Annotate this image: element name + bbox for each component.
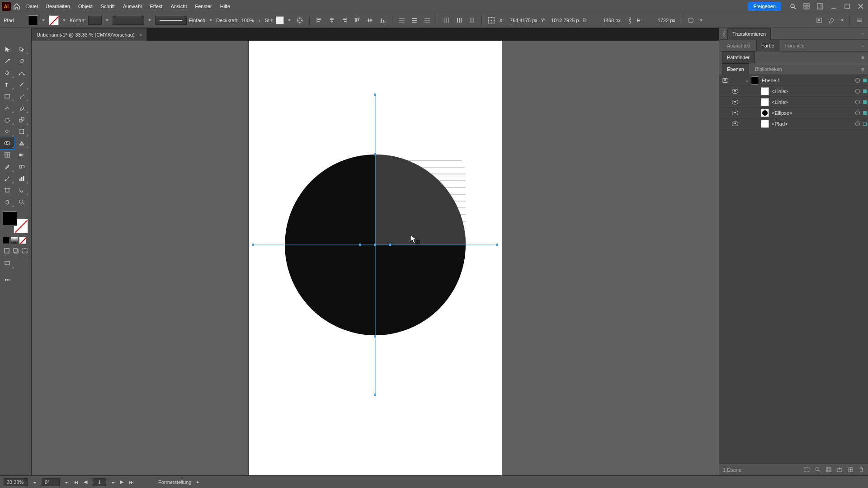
shape-props-dropdown-icon[interactable] (698, 18, 704, 23)
graphic-style-swatch[interactable] (276, 16, 284, 24)
deckkraft-arrow-icon[interactable]: › (257, 18, 262, 23)
sublayer-name[interactable]: <Linie> (772, 99, 854, 105)
distribute-left-icon[interactable] (442, 15, 452, 25)
brush-dropdown-icon[interactable] (208, 18, 213, 23)
document-tab-close-icon[interactable]: × (139, 32, 142, 38)
slice-tool-icon[interactable] (14, 184, 29, 196)
home-icon[interactable] (12, 1, 22, 11)
stroke-dropdown-icon[interactable] (61, 18, 67, 23)
window-maximize-icon[interactable] (842, 1, 853, 12)
none-mode-icon[interactable] (19, 237, 26, 244)
h-value[interactable]: 1722 px (645, 18, 676, 23)
draw-normal-icon[interactable] (3, 247, 11, 255)
y-value[interactable]: 1012,7925 p (548, 18, 580, 23)
mesh-tool-icon[interactable] (0, 149, 14, 161)
visibility-toggle-icon[interactable] (729, 89, 741, 94)
stroke-weight-field[interactable] (88, 16, 102, 25)
delete-layer-icon[interactable] (858, 466, 864, 474)
paintbrush-tool-icon[interactable] (14, 90, 29, 102)
ebenen-panel-menu-icon[interactable]: ≡ (858, 66, 868, 72)
artboard-prev-icon[interactable]: ◀ (84, 479, 87, 485)
graphic-style-dropdown-icon[interactable] (287, 18, 292, 23)
zoom-tool-icon[interactable] (14, 196, 29, 208)
layer-row-top[interactable]: ⌄ Ebene 1 (719, 75, 868, 86)
shaper-tool-icon[interactable] (0, 102, 14, 114)
visibility-toggle-icon[interactable] (729, 111, 741, 115)
var-width-profile[interactable] (113, 16, 144, 25)
menu-fenster[interactable]: Fenster (191, 0, 215, 13)
artboard-tool-icon[interactable] (0, 184, 14, 196)
x-value[interactable]: 764,4175 px (507, 18, 538, 23)
panel-tab-transformieren[interactable]: Transformieren (727, 28, 771, 40)
align-right-icon[interactable] (340, 15, 349, 25)
isolate-icon[interactable] (814, 15, 824, 25)
align-hcenter-icon[interactable] (327, 15, 337, 25)
distribute-bottom-icon[interactable] (422, 15, 432, 25)
fill-dropdown-icon[interactable] (41, 18, 46, 23)
menu-effekt[interactable]: Effekt (146, 0, 166, 13)
column-graph-tool-icon[interactable] (14, 173, 29, 184)
zoom-field[interactable]: 33,33% (4, 478, 28, 486)
selection-indicator[interactable] (862, 100, 868, 104)
recolor-icon[interactable] (295, 15, 305, 25)
artboard-first-icon[interactable]: ⏮ (73, 479, 78, 485)
edit-contents-icon[interactable] (827, 15, 837, 25)
panel-tab-farbe[interactable]: Farbe (756, 40, 779, 52)
sublayer-name[interactable]: <Ellipse> (772, 110, 854, 116)
draw-behind-icon[interactable] (12, 247, 20, 255)
window-close-icon[interactable] (855, 1, 866, 12)
perspective-grid-tool-icon[interactable] (14, 137, 29, 149)
type-tool-icon[interactable]: T (0, 79, 14, 90)
menu-auswahl[interactable]: Auswahl (119, 0, 146, 13)
link-wh-icon[interactable] (624, 15, 634, 25)
new-layer-icon[interactable] (847, 466, 854, 474)
locate-object-icon[interactable] (815, 466, 821, 474)
selection-tool-icon[interactable] (0, 43, 14, 55)
selection-indicator[interactable] (862, 122, 868, 126)
panel-tab-ebenen[interactable]: Ebenen (722, 63, 749, 75)
align-vcenter-icon[interactable] (365, 15, 375, 25)
rotate-tool-icon[interactable] (0, 114, 14, 126)
w-value[interactable]: 1468 px (590, 18, 622, 23)
window-minimize-icon[interactable] (828, 1, 839, 12)
target-icon[interactable] (854, 89, 862, 94)
share-button[interactable]: Freigeben (748, 2, 781, 11)
sublayer-row-linie-1[interactable]: <Linie> (719, 86, 868, 97)
visibility-toggle-icon[interactable] (719, 78, 731, 83)
stroke-weight-dropdown-icon[interactable] (104, 18, 110, 23)
target-icon[interactable] (854, 78, 862, 83)
free-transform-tool-icon[interactable] (14, 126, 29, 137)
menu-objekt[interactable]: Objekt (75, 0, 96, 13)
distribute-hcenter-icon[interactable] (454, 15, 464, 25)
align-top-icon[interactable] (352, 15, 362, 25)
selection-indicator[interactable] (862, 111, 868, 115)
hand-tool-icon[interactable] (0, 196, 14, 208)
symbol-sprayer-tool-icon[interactable] (0, 173, 14, 184)
control-overflow-icon[interactable] (840, 18, 845, 23)
shapebuilder-highlight-region[interactable] (375, 155, 466, 245)
artboard[interactable] (249, 41, 502, 475)
sublayer-row-linie-2[interactable]: <Linie> (719, 97, 868, 108)
artboard-dropdown-icon[interactable] (112, 479, 114, 485)
menu-datei[interactable]: Datei (23, 0, 42, 13)
farbe-panel-menu-icon[interactable]: ≡ (858, 43, 868, 48)
var-width-dropdown-icon[interactable] (147, 18, 152, 23)
panel-tab-farbhilfe[interactable]: Farbhilfe (780, 40, 810, 52)
artboard-last-icon[interactable]: ⏭ (129, 479, 134, 485)
layer-disclosure-icon[interactable]: ⌄ (743, 77, 751, 83)
layer-name[interactable]: Ebene 1 (762, 78, 854, 83)
transform-panel-menu-icon[interactable]: ≡ (858, 31, 868, 37)
workspace-icon[interactable] (815, 1, 826, 12)
sublayer-row-ellipse[interactable]: <Ellipse> (719, 108, 868, 118)
align-left-icon[interactable] (314, 15, 324, 25)
shape-props-icon[interactable] (686, 15, 696, 25)
magic-wand-tool-icon[interactable] (0, 55, 14, 67)
target-icon[interactable] (854, 122, 862, 126)
shape-builder-tool-icon[interactable] (0, 137, 14, 149)
edit-toolbar-icon[interactable]: ••• (0, 274, 14, 286)
fill-stroke-control[interactable] (3, 211, 28, 233)
panel-tab-pathfinder[interactable]: Pathfinder (722, 52, 755, 63)
blend-tool-icon[interactable] (14, 161, 29, 173)
rotation-field[interactable]: 0° (42, 478, 60, 486)
menu-hilfe[interactable]: Hilfe (217, 0, 234, 13)
